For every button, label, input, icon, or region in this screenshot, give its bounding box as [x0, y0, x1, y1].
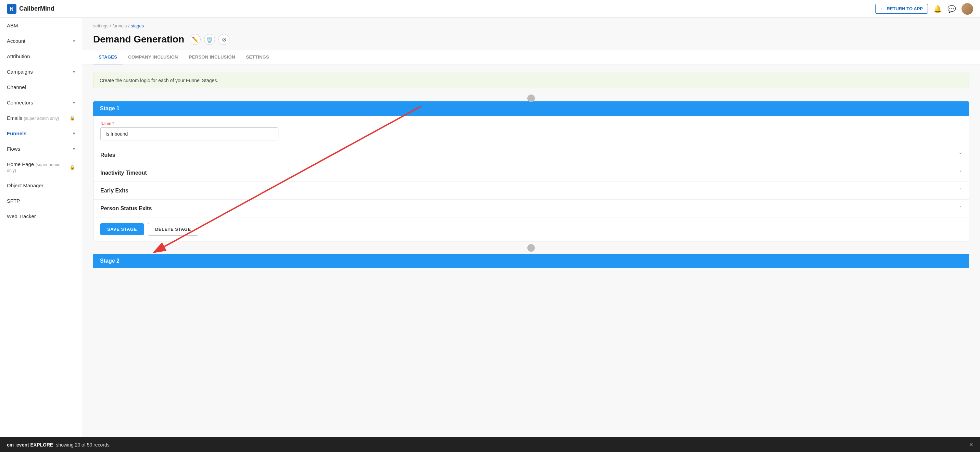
- stage-1-title: Stage 1: [100, 105, 119, 111]
- chevron-down-icon: ˅: [959, 170, 962, 176]
- accordion-inactivity-timeout[interactable]: Inactivity Timeout ˅: [94, 164, 969, 181]
- breadcrumb-sep1: /: [110, 23, 111, 29]
- required-asterisk: *: [112, 121, 114, 126]
- bottom-bar: cm_event EXPLORE showing 20 of 50 record…: [0, 437, 980, 452]
- person-status-exits-title: Person Status Exits: [100, 205, 152, 212]
- sidebar-label-channel: Channel: [7, 84, 26, 90]
- chevron-down-icon: ▾: [73, 100, 75, 105]
- accordion-early-exits[interactable]: Early Exits ˅: [94, 181, 969, 199]
- stage-2-header[interactable]: Stage 2: [93, 254, 969, 268]
- stage-1-body: Name * Rules ˅ Inactivity Timeout ˅: [93, 116, 969, 241]
- return-btn-label: RETURN TO APP: [887, 6, 923, 11]
- return-arrow-icon: ←: [880, 6, 885, 11]
- sidebar-label-account: Account: [7, 38, 25, 44]
- info-banner-text: Create the custom logic for each of your…: [100, 78, 218, 83]
- chevron-down-icon: ▾: [73, 131, 75, 136]
- sidebar-item-account[interactable]: Account ▾: [0, 33, 82, 49]
- stage-name-field: Name *: [94, 116, 969, 146]
- breadcrumb-sep2: /: [128, 23, 129, 29]
- stage-connector-top: [93, 94, 969, 102]
- sidebar-item-channel[interactable]: Channel: [0, 80, 82, 95]
- return-to-app-button[interactable]: ← RETURN TO APP: [875, 4, 928, 14]
- tab-settings[interactable]: SETTINGS: [241, 50, 275, 64]
- accordion-rules[interactable]: Rules ˅: [94, 146, 969, 164]
- sidebar-item-emails[interactable]: Emails (super admin only) 🔒: [0, 110, 82, 126]
- sidebar: ABM Account ▾ Attribution Campaigns ▾ Ch…: [0, 18, 82, 452]
- sidebar-label-web-tracker: Web Tracker: [7, 213, 36, 219]
- chevron-down-icon: ▾: [73, 39, 75, 43]
- chevron-down-icon: ˅: [959, 187, 962, 194]
- sidebar-label-sftp: SFTP: [7, 198, 20, 204]
- inactivity-timeout-title: Inactivity Timeout: [100, 170, 147, 176]
- stages-content: Create the custom logic for each of your…: [82, 64, 980, 276]
- event-name: cm_event EXPLORE: [7, 442, 53, 447]
- lock-icon: 🔒: [70, 115, 75, 121]
- logo-icon: N: [7, 4, 16, 14]
- stage-1-header[interactable]: Stage 1: [93, 101, 969, 116]
- sidebar-item-attribution[interactable]: Attribution: [0, 49, 82, 64]
- delete-stage-button[interactable]: DELETE STAGE: [148, 223, 198, 236]
- chat-icon[interactable]: 💬: [947, 5, 956, 13]
- sidebar-label-object-manager: Object Manager: [7, 183, 43, 188]
- sidebar-label-attribution: Attribution: [7, 53, 30, 59]
- bell-icon[interactable]: 🔔: [934, 5, 942, 13]
- sidebar-item-funnels[interactable]: Funnels ▾: [0, 126, 82, 141]
- breadcrumb: settings / funnels / stages: [82, 18, 980, 31]
- avatar[interactable]: [961, 3, 973, 15]
- name-label: Name *: [100, 121, 962, 126]
- accordion-person-status-exits[interactable]: Person Status Exits ˅: [94, 199, 969, 217]
- sidebar-item-web-tracker[interactable]: Web Tracker: [0, 208, 82, 224]
- breadcrumb-settings[interactable]: settings: [93, 23, 108, 29]
- logo: N CaliberMind: [7, 4, 54, 14]
- edit-button[interactable]: ✏️: [190, 34, 200, 45]
- bottom-bar-left: cm_event EXPLORE showing 20 of 50 record…: [7, 442, 110, 447]
- sidebar-item-sftp[interactable]: SFTP: [0, 193, 82, 208]
- lock-icon: 🔒: [70, 165, 75, 170]
- page-title: Demand Generation: [93, 34, 184, 45]
- event-count-text: showing 20 of 50 records: [56, 442, 109, 447]
- sidebar-label-flows: Flows: [7, 146, 20, 152]
- stage-2-title: Stage 2: [100, 258, 119, 264]
- stage-actions: SAVE STAGE DELETE STAGE: [94, 217, 969, 241]
- topbar: N CaliberMind ← RETURN TO APP 🔔 💬: [0, 0, 980, 18]
- stage-name-input[interactable]: [100, 127, 278, 140]
- delete-button[interactable]: 🗑️: [204, 34, 215, 45]
- chevron-down-icon: ˅: [959, 152, 962, 158]
- rules-title: Rules: [100, 152, 115, 158]
- info-banner: Create the custom logic for each of your…: [93, 73, 969, 88]
- sidebar-item-abm[interactable]: ABM: [0, 18, 82, 33]
- sidebar-label-abm: ABM: [7, 22, 18, 29]
- topbar-right: ← RETURN TO APP 🔔 💬: [875, 3, 973, 15]
- sidebar-label-homepage: Home Page (super admin only): [7, 161, 70, 173]
- tab-person-inclusion[interactable]: PERSON INCLUSION: [183, 50, 241, 64]
- sidebar-label-emails: Emails (super admin only): [7, 115, 59, 121]
- sidebar-label-connectors: Connectors: [7, 100, 33, 105]
- sidebar-item-homepage[interactable]: Home Page (super admin only) 🔒: [0, 156, 82, 178]
- tab-company-inclusion[interactable]: COMPANY INCLUSION: [123, 50, 183, 64]
- save-stage-button[interactable]: SAVE STAGE: [100, 223, 144, 235]
- early-exits-title: Early Exits: [100, 188, 129, 194]
- header-actions: ✏️ 🗑️ ⊘: [190, 34, 229, 45]
- settings-button[interactable]: ⊘: [218, 34, 229, 45]
- breadcrumb-stages: stages: [131, 23, 144, 29]
- sidebar-item-connectors[interactable]: Connectors ▾: [0, 95, 82, 110]
- chevron-down-icon: ˅: [959, 205, 962, 212]
- stage-connector-middle: [93, 244, 969, 252]
- sidebar-label-campaigns: Campaigns: [7, 69, 33, 75]
- tab-stages[interactable]: STAGES: [93, 50, 123, 64]
- sidebar-item-flows[interactable]: Flows ▾: [0, 141, 82, 156]
- sidebar-label-funnels: Funnels: [7, 131, 27, 136]
- sidebar-item-object-manager[interactable]: Object Manager: [0, 178, 82, 193]
- sidebar-item-campaigns[interactable]: Campaigns ▾: [0, 64, 82, 80]
- logo-text: CaliberMind: [19, 5, 54, 12]
- tabs-bar: STAGES COMPANY INCLUSION PERSON INCLUSIO…: [82, 50, 980, 64]
- connector-dot: [527, 244, 535, 252]
- chevron-down-icon: ▾: [73, 146, 75, 151]
- breadcrumb-funnels[interactable]: funnels: [112, 23, 127, 29]
- stage-1-section: Stage 1 Name * Rules ˅: [93, 101, 969, 241]
- layout: ABM Account ▾ Attribution Campaigns ▾ Ch…: [0, 18, 980, 452]
- page-header: Demand Generation ✏️ 🗑️ ⊘: [82, 31, 980, 50]
- main-content: settings / funnels / stages Demand Gener…: [82, 18, 980, 452]
- connector-dot: [527, 94, 535, 102]
- close-bottom-bar-button[interactable]: ×: [969, 441, 973, 449]
